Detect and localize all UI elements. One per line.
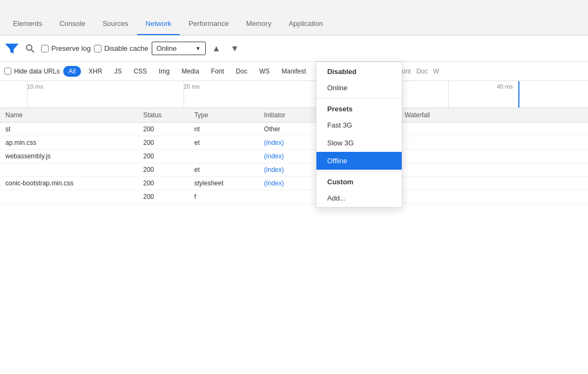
cell-type: et (189, 163, 259, 177)
network-table: Name Status Type Initiator Size Time Wat… (0, 108, 588, 204)
svg-point-0 (26, 45, 32, 50)
dropdown-section-presets: Presets (316, 99, 402, 116)
timeline-line-mid2 (448, 81, 449, 108)
filter-chip-manifest[interactable]: Manifest (278, 66, 310, 77)
filter-chip-xhr[interactable]: XHR (84, 66, 106, 77)
cell-name: st (0, 123, 138, 136)
timeline-mark-10ms: 10 ms (27, 81, 43, 90)
col-type[interactable]: Type (189, 108, 259, 123)
dropdown-section-custom: Custom (316, 172, 402, 189)
cell-waterfall (399, 150, 588, 163)
tab-elements[interactable]: Elements (4, 0, 51, 35)
cell-waterfall (399, 123, 588, 136)
cell-type: f (189, 190, 259, 204)
cell-status: 200 (138, 177, 188, 190)
table-row: webassembly.js 200 (index) (0, 150, 588, 163)
download-icon[interactable]: ▼ (227, 41, 242, 56)
timeline-line-20ms (184, 81, 184, 108)
filter-chip-img[interactable]: Img (154, 66, 174, 77)
col-waterfall[interactable]: Waterfall (399, 108, 588, 123)
dropdown-divider (316, 98, 402, 98)
tab-network[interactable]: Network (137, 0, 180, 35)
disable-cache-label: Disable cache (104, 44, 148, 52)
timeline-blue-marker (518, 81, 519, 108)
cell-name: webassembly.js (0, 150, 138, 163)
filter-chip-js[interactable]: JS (110, 66, 126, 77)
preserve-log-label: Preserve log (51, 44, 91, 52)
cell-status: 200 (138, 163, 188, 177)
online-dropdown[interactable]: Online ▼ (152, 42, 206, 55)
online-dropdown-label: Online (157, 44, 177, 52)
throttling-dropdown: Disabled Online Presets Fast 3G Slow 3G … (316, 62, 402, 208)
tab-performance[interactable]: Performance (180, 0, 237, 35)
cell-waterfall (399, 177, 588, 190)
filter-bar: Hide data URLs All XHR JS CSS Img Media … (0, 62, 588, 81)
dropdown-section-disabled: Disabled (316, 62, 402, 79)
svg-line-1 (31, 50, 34, 52)
filter-chip-font[interactable]: Font (207, 66, 228, 77)
cell-type: et (189, 136, 259, 150)
cell-initiator: Other (259, 123, 315, 136)
table-row: conic-bootstrap.min.css 200 stylesheet (… (0, 177, 588, 190)
dropdown-item-fast3g[interactable]: Fast 3G (316, 116, 402, 134)
timeline-mark-20ms: 20 ms (184, 81, 200, 90)
initiator-link[interactable]: (index) (264, 166, 284, 173)
table-row: ap.min.css 200 et (index) (0, 136, 588, 150)
col-status[interactable]: Status (138, 108, 188, 123)
cell-initiator: (index) (259, 163, 315, 177)
cell-initiator: (index) (259, 136, 315, 150)
dropdown-item-slow3g[interactable]: Slow 3G (316, 134, 402, 152)
cell-name: conic-bootstrap.min.css (0, 177, 138, 190)
cell-name (0, 163, 138, 177)
timeline-mark-40ms: 40 ms (497, 81, 513, 90)
tab-sources[interactable]: Sources (94, 0, 137, 35)
upload-icon[interactable]: ▲ (209, 41, 224, 56)
cell-type: stylesheet (189, 177, 259, 190)
hide-data-urls-checkbox[interactable]: Hide data URLs (4, 68, 60, 75)
cell-type: nt (189, 123, 259, 136)
disable-cache-checkbox[interactable]: Disable cache (94, 44, 148, 52)
dropdown-divider-2 (316, 171, 402, 171)
cell-waterfall (399, 136, 588, 150)
toolbar: Preserve log Disable cache Online ▼ ▲ ▼ (0, 36, 588, 62)
dropdown-item-offline[interactable]: Offline (316, 152, 402, 170)
chevron-down-icon: ▼ (195, 45, 201, 51)
filter-icon[interactable] (4, 41, 19, 56)
initiator-link[interactable]: (index) (264, 179, 284, 187)
cell-status: 200 (138, 150, 188, 163)
search-icon[interactable] (23, 41, 38, 56)
filter-chip-css[interactable]: CSS (129, 66, 151, 77)
cell-status: 200 (138, 123, 188, 136)
cell-waterfall (399, 190, 588, 204)
tab-console[interactable]: Console (51, 0, 94, 35)
dropdown-item-add[interactable]: Add... (316, 189, 402, 207)
filter-chip-ws[interactable]: WS (255, 66, 274, 77)
col-initiator[interactable]: Initiator (259, 108, 315, 123)
cell-name (0, 190, 138, 204)
table-row: 200 f (0, 190, 588, 204)
cell-initiator (259, 190, 315, 204)
table-row: st 200 nt Other (0, 123, 588, 136)
initiator-link[interactable]: (index) (264, 152, 284, 160)
tab-application[interactable]: Application (280, 0, 332, 35)
cell-type (189, 150, 259, 163)
cell-initiator: (index) (259, 150, 315, 163)
filter-chip-media[interactable]: Media (177, 66, 204, 77)
doc-label2: Doc (416, 68, 428, 75)
initiator-link[interactable]: (index) (264, 139, 284, 146)
filter-chip-all[interactable]: All (63, 66, 81, 77)
w-label: W (433, 68, 439, 75)
tab-bar: Elements Console Sources Network Perform… (0, 0, 588, 36)
preserve-log-checkbox[interactable]: Preserve log (41, 44, 91, 52)
tab-memory[interactable]: Memory (238, 0, 280, 35)
cell-status: 200 (138, 190, 188, 204)
cell-waterfall (399, 163, 588, 177)
col-name[interactable]: Name (0, 108, 138, 123)
table-row: 200 et (index) (0, 163, 588, 177)
cell-status: 200 (138, 136, 188, 150)
network-table-container: Name Status Type Initiator Size Time Wat… (0, 108, 588, 374)
timeline: 10 ms 20 ms 40 ms (0, 81, 588, 108)
filter-chip-doc[interactable]: Doc (232, 66, 252, 77)
dropdown-item-online[interactable]: Online (316, 79, 402, 97)
hide-data-urls-label: Hide data URLs (14, 68, 60, 75)
